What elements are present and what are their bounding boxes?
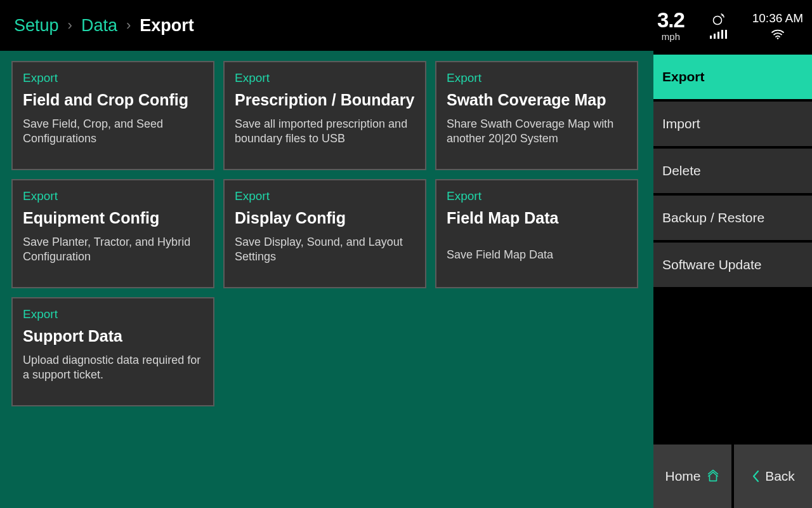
card-desc: Save Field Map Data <box>447 248 627 262</box>
card-category: Export <box>23 189 203 203</box>
home-label: Home <box>665 469 700 484</box>
speed-value: 3.2 <box>657 10 684 30</box>
card-display-config[interactable]: Export Display Config Save Display, Soun… <box>223 179 426 288</box>
card-prescription-boundary[interactable]: Export Prescription / Boundary Save all … <box>223 61 426 170</box>
card-title: Display Config <box>235 208 415 227</box>
card-category: Export <box>447 71 627 85</box>
breadcrumb-current: Export <box>140 16 194 36</box>
back-button[interactable]: Back <box>734 444 812 508</box>
card-category: Export <box>447 189 627 203</box>
breadcrumb-data[interactable]: Data <box>81 16 117 36</box>
satellite-icon <box>710 12 726 27</box>
chevron-right-icon: › <box>126 17 131 34</box>
home-icon <box>706 469 720 483</box>
card-support-data[interactable]: Export Support Data Upload diagnostic da… <box>11 297 214 406</box>
rail-software-update[interactable]: Software Update <box>653 243 812 287</box>
card-title: Support Data <box>23 326 203 345</box>
speed-unit: mph <box>657 32 684 41</box>
wifi-icon <box>771 29 785 39</box>
back-label: Back <box>765 469 795 484</box>
card-field-crop-config[interactable]: Export Field and Crop Config Save Field,… <box>11 61 214 170</box>
card-title: Equipment Config <box>23 208 203 227</box>
svg-point-1 <box>722 15 723 17</box>
speed-readout: 3.2 mph <box>657 10 684 41</box>
signal-bars-icon <box>710 30 727 39</box>
svg-point-2 <box>777 37 779 39</box>
chevron-left-icon <box>751 469 760 483</box>
card-category: Export <box>23 307 203 321</box>
side-rail: Export Import Delete Backup / Restore So… <box>653 51 812 508</box>
rail-backup-restore[interactable]: Backup / Restore <box>653 196 812 240</box>
svg-point-0 <box>714 17 722 25</box>
rail-export[interactable]: Export <box>653 55 812 99</box>
card-desc: Save Display, Sound, and Layout Settings <box>235 235 415 265</box>
breadcrumb: Setup › Data › Export <box>14 16 194 36</box>
card-title: Prescription / Boundary <box>235 90 415 109</box>
top-bar: Setup › Data › Export <box>0 0 653 51</box>
time-and-wifi: 10:36 AM <box>752 11 803 39</box>
clock: 10:36 AM <box>752 11 803 25</box>
card-category: Export <box>235 189 415 203</box>
rail-footer: Home Back <box>653 444 812 508</box>
card-equipment-config[interactable]: Export Equipment Config Save Planter, Tr… <box>11 179 214 288</box>
rail-import[interactable]: Import <box>653 102 812 146</box>
card-field-map-data[interactable]: Export Field Map Data Save Field Map Dat… <box>435 179 638 288</box>
card-desc: Save Planter, Tractor, and Hybrid Config… <box>23 235 203 265</box>
card-category: Export <box>23 71 203 85</box>
card-title: Field and Crop Config <box>23 90 203 109</box>
chevron-right-icon: › <box>68 17 72 34</box>
card-title: Swath Coverage Map <box>447 90 627 109</box>
card-title: Field Map Data <box>447 208 627 227</box>
card-swath-coverage-map[interactable]: Export Swath Coverage Map Share Swath Co… <box>435 61 638 170</box>
card-desc: Save Field, Crop, and Seed Configuration… <box>23 117 203 147</box>
card-category: Export <box>235 71 415 85</box>
breadcrumb-setup[interactable]: Setup <box>14 16 59 36</box>
card-desc: Upload diagnostic data required for a su… <box>23 353 203 383</box>
status-bar: 3.2 mph 10:36 AM <box>653 0 812 51</box>
rail-delete[interactable]: Delete <box>653 149 812 193</box>
export-card-grid: Export Field and Crop Config Save Field,… <box>0 51 653 508</box>
home-button[interactable]: Home <box>653 444 731 508</box>
satellite-status <box>710 12 727 39</box>
card-desc: Share Swath Coverage Map with another 20… <box>447 117 627 147</box>
card-desc: Save all imported prescription and bound… <box>235 117 415 147</box>
